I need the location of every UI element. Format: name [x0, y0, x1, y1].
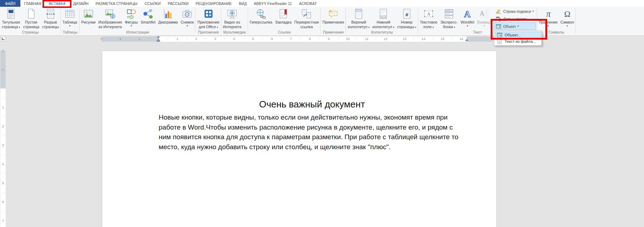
button-label: Нижнийколонтитул ▾ [372, 20, 394, 29]
dropdown-arrow-icon: ▾ [367, 26, 370, 29]
ribbon-group-apps: Приложениядля Office ▾Приложения [195, 7, 221, 35]
ribbon-button-apps-for-office[interactable]: Приложениядля Office ▾ [196, 7, 221, 29]
dropdown-arrow-icon: ▾ [517, 25, 519, 28]
ribbon-button-symbol[interactable]: ΩСимвол▾ [559, 7, 575, 27]
ruler-tick: · [186, 36, 188, 40]
document-title[interactable]: Очень важный документ [159, 99, 465, 110]
svg-text:A: A [464, 9, 471, 19]
ribbon-button-blank-page[interactable]: Пустаястраница [22, 7, 41, 29]
signature-line-icon [496, 8, 502, 14]
ribbon-button-page-number[interactable]: #Номерстраницы ▾ [396, 7, 417, 29]
ribbon-button-online-pictures[interactable]: Изображенияиз Интернета [97, 7, 123, 29]
ruler-number: 16 [459, 37, 464, 41]
ribbon-group-label: Примечания [321, 30, 346, 35]
ruler-number: 14 [421, 37, 426, 41]
button-label: Перекрестнаяссылка [294, 20, 319, 29]
ruler-tick: · [394, 36, 396, 40]
ribbon-button-object[interactable]: Объект▾ [494, 22, 536, 30]
ribbon-button-pictures[interactable]: Рисунки [80, 7, 97, 25]
ruler-tick: · [318, 36, 321, 40]
ribbon-button-equation[interactable]: πУравнение▾ [538, 7, 559, 27]
comment-icon [327, 8, 339, 20]
ruler-tick: · [281, 36, 283, 40]
header-icon [353, 8, 365, 20]
ribbon-button-screenshot[interactable]: Снимок▾ [179, 7, 195, 27]
ribbon-button-chart[interactable]: Диаграмма [157, 7, 179, 25]
ruler-number: 2 [118, 37, 123, 41]
tab-view[interactable]: ВИД [236, 0, 251, 7]
ribbon-button-signature-line[interactable]: Строка подписи▾ [494, 7, 536, 15]
ruler-number: 5 [0, 181, 6, 185]
ruler-number: 12 [383, 37, 388, 41]
button-label: Видео изИнтернета [223, 20, 242, 29]
tab-file[interactable]: ФАЙЛ [0, 0, 20, 7]
ribbon-group-label: Символы [538, 30, 575, 35]
ruler-number: 9 [326, 37, 331, 41]
tab-design[interactable]: ДИЗАЙН [69, 0, 92, 7]
ribbon-button-page-break[interactable]: Разрывстраницы [41, 7, 60, 29]
left-indent-marker[interactable] [157, 39, 160, 42]
tab-page-layout[interactable]: РАЗМЕТКА СТРАНИЦЫ [92, 0, 141, 7]
ribbon-group-label: Колонтитулы [346, 30, 418, 35]
ruler-number: 5 [251, 37, 256, 41]
tab-review[interactable]: РЕЦЕНЗИРОВАНИЕ [192, 0, 236, 7]
ribbon-button-cross-reference[interactable]: Перекрестнаяссылка [293, 7, 321, 29]
dropdown-arrow-icon: ▾ [216, 26, 218, 29]
ruler-tick: · [129, 36, 131, 40]
button-label: Верхнийколонтитул ▾ [348, 20, 370, 29]
ribbon-group-label: Иллюстрации [80, 30, 195, 35]
ribbon-button-online-video[interactable]: Видео изИнтернета [222, 7, 243, 29]
object-dropdown-menu: Объект...Текст из файла... [494, 31, 542, 46]
ruler-number: 7 [0, 219, 6, 223]
ribbon-group-header-footer: Верхнийколонтитул ▾Нижнийколонтитул ▾#Но… [346, 7, 418, 35]
svg-text:π: π [546, 9, 551, 19]
ruler-number: 2 [194, 37, 199, 41]
document-page[interactable]: Очень важный документ Новые кнопки, кото… [102, 51, 497, 227]
ruler-tick: · [205, 36, 207, 40]
menu-item-text-from-file[interactable]: Текст из файла... [495, 38, 541, 45]
dropdown-arrow-icon: ▾ [484, 25, 485, 27]
ribbon-button-smartart[interactable]: SmartArt [139, 7, 157, 25]
ribbon-button-table[interactable]: Таблица▾ [61, 7, 79, 27]
ruler-right-margin [467, 36, 497, 42]
ribbon-button-quick-parts[interactable]: Экспресс-блоки ▾ [439, 7, 459, 29]
ribbon-button-drop-cap[interactable]: AБуквица▾ [476, 7, 493, 27]
ribbon-button-hyperlink[interactable]: Гиперссылка [248, 7, 274, 25]
ruler-tick: · [0, 134, 6, 138]
menu-item-object-dialog[interactable]: Объект... [495, 32, 541, 38]
ruler-number: 1 [0, 67, 6, 71]
ribbon-button-header[interactable]: Верхнийколонтитул ▾ [346, 7, 371, 29]
ribbon-button-shapes[interactable]: Фигуры▾ [123, 7, 139, 27]
document-body-text[interactable]: Новые кнопки, которые видны, только если… [159, 112, 465, 152]
quick-parts-icon [443, 8, 455, 20]
tab-abbyy-finereader[interactable]: ABBYY FineReader 11 [250, 0, 295, 7]
ruler-tick: · [413, 36, 415, 40]
tab-home[interactable]: ГЛАВНАЯ [20, 0, 45, 7]
right-indent-marker[interactable] [465, 39, 469, 41]
ribbon-group-label: Страницы [0, 30, 60, 35]
ribbon-group-buttons: Видео изИнтернета [222, 7, 248, 30]
tab-mailings[interactable]: РАССЫЛКИ [164, 0, 192, 7]
ribbon-button-cover-page[interactable]: Титульнаястраница ▾ [0, 7, 22, 29]
ruler-number: 3 [0, 143, 6, 147]
wordart-icon: A [461, 8, 473, 20]
ruler-number: 10 [345, 37, 350, 41]
tab-insert[interactable]: ВСТАВКА [45, 0, 69, 7]
tab-references[interactable]: ССЫЛКИ [141, 0, 164, 7]
ribbon-button-text-box[interactable]: AТекстовоеполе ▾ [418, 7, 439, 29]
word-window: { "tabs": [ {"name":"file","label":"ФАЙЛ… [0, 0, 644, 227]
tab-selector[interactable] [0, 36, 6, 41]
ribbon-group-links: ГиперссылкаЗакладкаПерекрестнаяссылкаСсы… [248, 7, 321, 35]
indent-marker-shape [157, 41, 160, 42]
ribbon-button-date-time[interactable]: Дата и время [494, 15, 536, 22]
ribbon-button-footer[interactable]: Нижнийколонтитул ▾ [371, 7, 396, 29]
ribbon-group-buttons: Верхнийколонтитул ▾Нижнийколонтитул ▾#Но… [346, 7, 418, 30]
ruler-tick: · [375, 36, 377, 40]
tab-acrobat[interactable]: ACROBAT [296, 0, 321, 7]
ribbon-button-wordart[interactable]: AWordArt▾ [459, 7, 476, 27]
button-label: Закладка [275, 20, 292, 25]
ribbon-button-bookmark[interactable]: Закладка [274, 7, 293, 25]
indent-marker-shape [465, 39, 469, 41]
ribbon-button-comment[interactable]: Примечание [321, 7, 346, 25]
ribbon-group-label: Мультимедиа [222, 30, 248, 35]
